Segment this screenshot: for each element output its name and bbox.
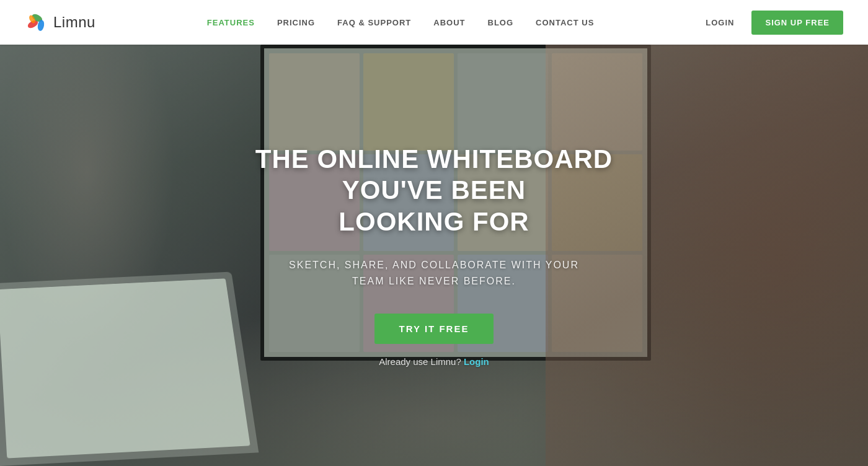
main-nav: FEATURES PRICING FAQ & SUPPORT ABOUT BLO…	[207, 18, 595, 27]
limnu-logo-icon	[25, 11, 48, 34]
logo[interactable]: Limnu	[25, 11, 95, 34]
nav-right: LOGIN SIGN UP FREE	[706, 11, 843, 35]
hero-subtitle: SKETCH, SHARE, AND COLLABORATE WITH YOUR…	[273, 257, 595, 289]
nav-blog[interactable]: BLOG	[488, 18, 514, 27]
nav-features[interactable]: FEATURES	[207, 18, 255, 27]
login-link[interactable]: LOGIN	[706, 18, 734, 27]
try-free-button[interactable]: TRY IT FREE	[374, 314, 494, 344]
logo-text: Limnu	[53, 14, 95, 31]
already-use-text: Already use Limnu? Login	[379, 356, 489, 367]
header: Limnu FEATURES PRICING FAQ & SUPPORT ABO…	[0, 0, 868, 45]
hero-content: THE ONLINE WHITEBOARD YOU'VE BEEN LOOKIN…	[0, 45, 868, 466]
hero-login-link[interactable]: Login	[464, 356, 489, 367]
signup-button[interactable]: SIGN UP FREE	[751, 11, 843, 35]
hero-title: THE ONLINE WHITEBOARD YOU'VE BEEN LOOKIN…	[217, 144, 651, 237]
nav-contact[interactable]: CONTACT US	[536, 18, 594, 27]
nav-faq[interactable]: FAQ & SUPPORT	[337, 18, 411, 27]
hero-section: THE ONLINE WHITEBOARD YOU'VE BEEN LOOKIN…	[0, 45, 868, 466]
nav-pricing[interactable]: PRICING	[277, 18, 315, 27]
nav-about[interactable]: ABOUT	[433, 18, 465, 27]
